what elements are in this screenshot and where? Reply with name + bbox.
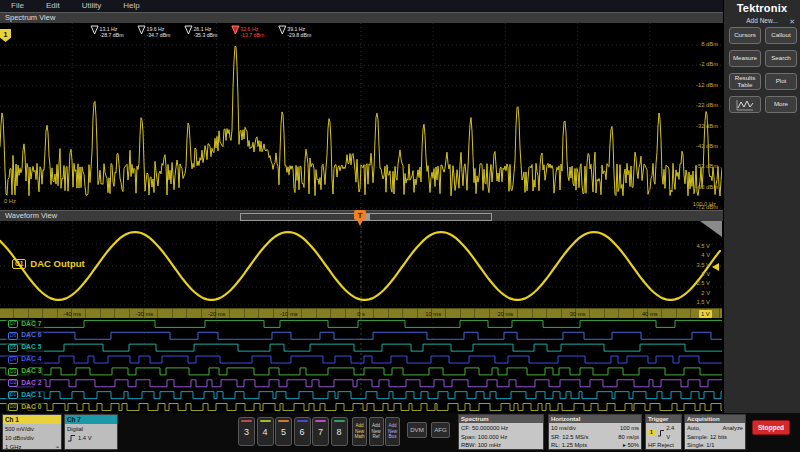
channel-7-button[interactable]: 7 xyxy=(312,417,329,446)
peak-marker-icon[interactable] xyxy=(138,26,145,34)
afg-button[interactable]: AFG xyxy=(431,422,450,438)
trigger-badge[interactable]: Trigger 1 2.4 V HF Reject xyxy=(645,414,682,450)
oscilloscope-app: FileEditUtilityHelp Tektronix Add New...… xyxy=(0,0,800,452)
h-window: 100 ms xyxy=(620,424,639,433)
channel-number: 3 xyxy=(239,427,254,437)
digital-bus-name: DAC 0 xyxy=(21,404,41,411)
digital-bus-name: DAC 2 xyxy=(21,380,41,387)
menu-edit[interactable]: Edit xyxy=(35,0,71,12)
add-new-measure-button[interactable]: Measure xyxy=(729,50,761,67)
menu-help[interactable]: Help xyxy=(112,0,150,12)
horizontal-badge[interactable]: Horizontal 10 ms/div100 ms SR: 12.5 MS/s… xyxy=(548,414,642,450)
marker-label-3: 26.1 Hz-35.3 dBm xyxy=(193,26,217,38)
h-scale: 10 ms/div xyxy=(551,424,576,433)
time-tick-label: 40 ms xyxy=(636,311,664,317)
channel-6-button[interactable]: 6 xyxy=(294,417,311,446)
trigger-coupling: HF Reject xyxy=(648,441,679,450)
dbm-tick-label: -62 dBm xyxy=(696,185,718,191)
run-stop-status-button[interactable]: Stopped xyxy=(752,420,790,435)
digital-bit-badge: D2 xyxy=(8,379,18,387)
add-new-math-button[interactable]: Add New Math xyxy=(352,417,367,446)
span: Span: 100.000 Hz xyxy=(461,433,541,442)
add-new-title: Add New... xyxy=(746,17,777,24)
waveform-view-title: Waveform View xyxy=(5,211,57,220)
channel-color-strip xyxy=(297,420,308,422)
digital-channel-label-d1[interactable]: D1DAC 1 xyxy=(6,391,44,399)
channel-4-button[interactable]: 4 xyxy=(257,417,274,446)
digital-channels-plot[interactable]: D7DAC 7D6DAC 6D5DAC 5D4DAC 4D3DAC 3D2DAC… xyxy=(0,318,722,413)
digital-channel-label-d3[interactable]: D3DAC 3 xyxy=(6,368,44,376)
peak-marker-icon[interactable] xyxy=(185,26,192,34)
spectrum-badge[interactable]: Spectrum CF: 50.000000 Hz Span: 100.000 … xyxy=(458,414,544,450)
peak-marker-icon[interactable] xyxy=(279,26,286,34)
time-tick-label: 20 ms xyxy=(491,311,519,317)
add-new-more-button[interactable]: More xyxy=(765,96,797,113)
dbm-tick-label: -2 dBm xyxy=(699,62,718,68)
channel-annotation-text: DAC Output xyxy=(30,258,84,269)
digital-bit-badge: D3 xyxy=(8,368,18,376)
channel-color-strip xyxy=(334,420,345,422)
vertical-scale-chip: 1 V xyxy=(699,310,712,318)
acq-sample: Sample: 12 bits xyxy=(687,433,743,442)
tektronix-logo: Tektronix xyxy=(724,0,800,14)
menu-utility[interactable]: Utility xyxy=(71,0,113,12)
add-new-search-button[interactable]: Search xyxy=(765,50,797,67)
digital-bus-name: DAC 6 xyxy=(21,332,41,339)
digital-channel-label-d4[interactable]: D4DAC 4 xyxy=(6,356,44,364)
channel-5-button[interactable]: 5 xyxy=(275,417,292,446)
trigger-pin-icon: T xyxy=(353,209,367,228)
h-samplerate: SR: 12.5 MS/s xyxy=(551,433,588,442)
channel-3-button[interactable]: 3 xyxy=(238,417,255,446)
digital-bus-name: DAC 7 xyxy=(21,321,41,328)
spectrum-view-titlebar[interactable]: Spectrum View xyxy=(0,12,723,23)
acquisition-badge[interactable]: Acquisition Auto,Analyze Sample: 12 bits… xyxy=(684,414,746,450)
peak-marker-icon[interactable] xyxy=(91,26,98,34)
probe-icon: ⌁ xyxy=(55,443,59,452)
channel-color-strip xyxy=(241,420,252,422)
time-tick-label: 0 s xyxy=(347,311,375,317)
dbm-tick-label: -52 dBm xyxy=(696,164,718,170)
add-new-results-table-button[interactable]: Results Table xyxy=(729,73,761,90)
spectrum-canvas xyxy=(0,23,722,210)
reference-marker-icon[interactable] xyxy=(232,26,239,34)
time-tick-label: -40 ms xyxy=(58,311,86,317)
digital-channel-label-d0[interactable]: D0DAC 0 xyxy=(6,403,44,411)
channel-annotation[interactable]: C1 DAC Output xyxy=(12,258,85,269)
channel-number: 7 xyxy=(313,427,328,437)
trigger-position-indicator[interactable]: T xyxy=(353,209,367,228)
channel-reference-arrow[interactable] xyxy=(712,263,719,271)
ch1-bandwidth: 1 GHz⌁ xyxy=(5,443,59,452)
channel-1-badge[interactable]: Ch 1 500 mV/div 10 dBm/div 1 GHz⌁ xyxy=(2,414,62,450)
add-new-bus-button[interactable]: Add New Bus xyxy=(385,417,400,446)
digital-channel-label-d5[interactable]: D5DAC 5 xyxy=(6,344,44,352)
time-tick-label: 10 ms xyxy=(419,311,447,317)
digital-channel-label-d2[interactable]: D2DAC 2 xyxy=(6,379,44,387)
channel-7-name: Ch 7 xyxy=(65,415,117,424)
channel-8-button[interactable]: 8 xyxy=(331,417,348,446)
channel-number: 6 xyxy=(295,427,310,437)
spectrum-plot[interactable]: 1 0 Hz 100.0 Hz 8 dBm-2 dBm-12 dBm-22 dB… xyxy=(0,23,722,210)
add-new-plot-button[interactable]: Plot xyxy=(765,73,797,90)
channel-7-badge[interactable]: Ch 7 Digital 1.4 V xyxy=(64,414,118,450)
menu-file[interactable]: File xyxy=(0,0,35,12)
digital-channel-label-d6[interactable]: D6DAC 6 xyxy=(6,332,44,340)
scope-plot-button[interactable] xyxy=(729,96,761,113)
digital-bus-name: DAC 1 xyxy=(21,392,41,399)
digital-trace-d1 xyxy=(0,392,722,399)
digital-channel-label-d7[interactable]: D7DAC 7 xyxy=(6,320,44,328)
digital-bit-badge: D6 xyxy=(8,332,18,340)
add-new-cursors-button[interactable]: Cursors xyxy=(729,27,761,44)
collapse-handle-icon[interactable] xyxy=(700,221,722,237)
digital-bit-badge: D0 xyxy=(8,403,18,411)
add-new-ref-button[interactable]: Add New Ref xyxy=(369,417,384,446)
analog-waveform-plot[interactable] xyxy=(0,221,722,308)
h-resolution: 80 ns/pt xyxy=(618,433,639,442)
marker-label-2: 19.6 Hz-34.7 dBm xyxy=(147,26,171,38)
trigger-level: 2.4 V xyxy=(666,424,679,441)
dvm-button[interactable]: DVM xyxy=(407,422,427,438)
close-icon[interactable]: ✕ xyxy=(789,17,795,26)
logic-level-icon xyxy=(67,434,76,442)
add-new-callout-button[interactable]: Callout xyxy=(765,27,797,44)
digital-bit-badge: D1 xyxy=(8,391,18,399)
waveform-canvas xyxy=(0,221,722,308)
